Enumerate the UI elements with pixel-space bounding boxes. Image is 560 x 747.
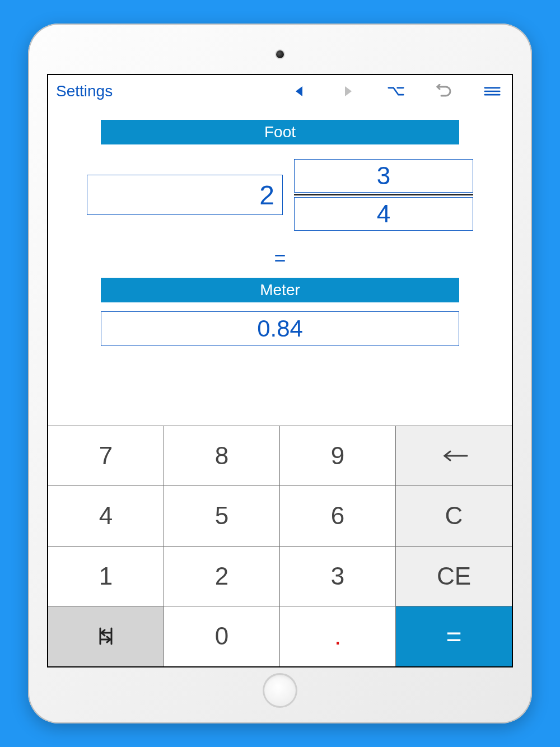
svg-marker-1 xyxy=(345,86,352,96)
tablet-frame: Settings xyxy=(28,24,532,723)
key-swap[interactable] xyxy=(48,606,164,666)
toolbar-icons xyxy=(291,83,504,100)
key-0[interactable]: 0 xyxy=(164,606,280,666)
top-toolbar: Settings xyxy=(48,75,512,108)
key-4[interactable]: 4 xyxy=(48,486,164,546)
screen: Settings xyxy=(47,74,513,667)
key-5[interactable]: 5 xyxy=(164,486,280,546)
conversion-panel: Foot 2 3 4 = Meter 0.84 xyxy=(48,108,512,426)
undo-icon[interactable] xyxy=(436,83,452,100)
svg-marker-0 xyxy=(296,86,302,96)
key-decimal[interactable]: . xyxy=(280,606,396,666)
home-button[interactable] xyxy=(263,673,297,708)
fraction-line xyxy=(294,194,473,195)
settings-link[interactable]: Settings xyxy=(56,82,113,100)
key-3[interactable]: 3 xyxy=(280,547,396,606)
denominator-input[interactable]: 4 xyxy=(294,197,473,231)
menu-icon[interactable] xyxy=(484,83,501,100)
key-clear-entry[interactable]: CE xyxy=(396,547,512,606)
key-clear[interactable]: C xyxy=(396,486,512,546)
to-unit-selector[interactable]: Meter xyxy=(101,278,459,302)
key-7[interactable]: 7 xyxy=(48,426,164,486)
key-9[interactable]: 9 xyxy=(280,426,396,486)
key-backspace[interactable] xyxy=(396,426,512,486)
key-2[interactable]: 2 xyxy=(164,547,280,606)
key-6[interactable]: 6 xyxy=(280,486,396,546)
nav-next-icon[interactable] xyxy=(339,83,356,100)
key-equals[interactable]: = xyxy=(396,606,512,666)
keypad: 7 8 9 4 5 6 C 1 2 3 CE xyxy=(48,426,512,666)
equals-label: = xyxy=(274,246,286,270)
from-unit-selector[interactable]: Foot xyxy=(101,120,459,144)
decimal-dot-icon: . xyxy=(334,624,341,648)
numerator-input[interactable]: 3 xyxy=(294,159,473,193)
fraction-input-row: 2 3 4 xyxy=(87,159,473,231)
option-key-icon[interactable] xyxy=(388,83,404,100)
key-8[interactable]: 8 xyxy=(164,426,280,486)
front-camera xyxy=(276,50,284,58)
key-1[interactable]: 1 xyxy=(48,547,164,606)
whole-number-input[interactable]: 2 xyxy=(87,175,283,215)
result-output[interactable]: 0.84 xyxy=(101,311,459,346)
nav-prev-icon[interactable] xyxy=(291,83,308,100)
